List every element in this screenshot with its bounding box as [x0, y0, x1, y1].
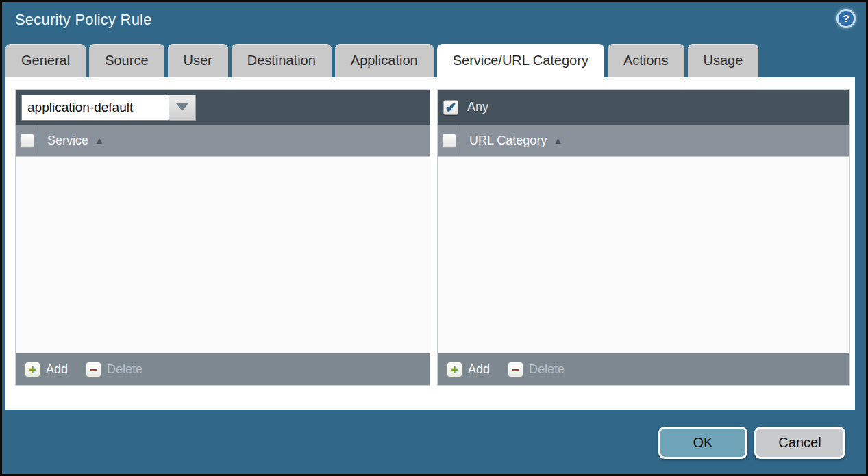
url-category-select-all-checkbox[interactable] [442, 134, 456, 148]
sort-ascending-icon: ▲ [95, 135, 104, 146]
ok-button[interactable]: OK [658, 427, 747, 459]
add-button-label: Add [46, 362, 68, 377]
tab-usage[interactable]: Usage [688, 44, 759, 77]
url-category-add-button[interactable]: + Add [447, 362, 490, 377]
url-category-header-checkbox-cell [438, 125, 460, 156]
url-category-table-body[interactable] [438, 157, 849, 353]
service-delete-button[interactable]: − Delete [86, 362, 142, 377]
service-column-label: Service [47, 134, 88, 148]
tab-destination[interactable]: Destination [232, 44, 332, 77]
any-checkbox[interactable]: ✔ [443, 100, 458, 115]
chevron-down-icon [176, 103, 188, 111]
tab-user[interactable]: User [168, 44, 228, 77]
help-icon[interactable]: ? [836, 9, 856, 28]
url-category-panel-footer: + Add − Delete [438, 353, 849, 385]
service-table-header: Service ▲ [16, 125, 430, 157]
service-add-button[interactable]: + Add [25, 362, 68, 377]
service-column-header[interactable]: Service ▲ [47, 134, 104, 148]
service-type-dropdown-button[interactable] [169, 95, 196, 121]
tab-source[interactable]: Source [89, 44, 164, 77]
service-type-combobox [21, 95, 196, 121]
tab-application[interactable]: Application [335, 44, 434, 77]
service-panel-footer: + Add − Delete [16, 353, 430, 385]
service-panel-toolbar [16, 90, 430, 125]
tab-service-url-category[interactable]: Service/URL Category [437, 44, 604, 77]
url-category-delete-button[interactable]: − Delete [508, 362, 565, 377]
minus-icon: − [508, 362, 523, 377]
tab-actions[interactable]: Actions [608, 44, 684, 77]
tab-content-area: Service ▲ + Add − Delete ✔ Any [5, 77, 855, 410]
cancel-button[interactable]: Cancel [754, 427, 845, 459]
plus-icon: + [447, 362, 462, 377]
service-header-checkbox-cell [16, 125, 38, 156]
url-category-table-header: URL Category ▲ [438, 125, 849, 157]
add-button-label: Add [468, 362, 490, 377]
page-title: Security Policy Rule [15, 11, 152, 29]
delete-button-label: Delete [107, 362, 142, 377]
minus-icon: − [86, 362, 101, 377]
sort-ascending-icon: ▲ [553, 135, 562, 146]
delete-button-label: Delete [529, 362, 565, 377]
url-category-column-label: URL Category [469, 134, 547, 148]
service-select-all-checkbox[interactable] [20, 134, 34, 148]
url-category-column-header[interactable]: URL Category ▲ [469, 134, 562, 148]
service-table-body[interactable] [16, 157, 430, 353]
any-checkbox-label: Any [467, 100, 488, 114]
service-type-input[interactable] [21, 95, 169, 121]
service-panel: Service ▲ + Add − Delete [15, 89, 430, 386]
tab-bar: General Source User Destination Applicat… [5, 44, 762, 77]
security-policy-rule-dialog: Security Policy Rule ? General Source Us… [0, 0, 868, 476]
url-category-panel-toolbar: ✔ Any [438, 90, 849, 125]
plus-icon: + [25, 362, 40, 377]
url-category-panel: ✔ Any URL Category ▲ + Add − [437, 89, 850, 386]
tab-general[interactable]: General [5, 44, 86, 77]
